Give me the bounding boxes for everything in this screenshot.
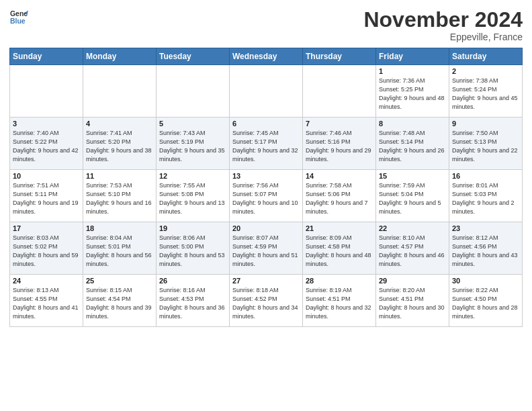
col-sunday: Sunday (10, 48, 83, 65)
calendar-cell: 1Sunrise: 7:36 AM Sunset: 5:25 PM Daylig… (376, 65, 449, 118)
day-number: 28 (306, 277, 373, 285)
day-info: Sunrise: 8:20 AM Sunset: 4:51 PM Dayligh… (379, 286, 446, 321)
calendar-cell: 19Sunrise: 8:06 AM Sunset: 5:00 PM Dayli… (157, 222, 230, 275)
day-info: Sunrise: 7:55 AM Sunset: 5:08 PM Dayligh… (159, 181, 226, 216)
day-info: Sunrise: 7:48 AM Sunset: 5:14 PM Dayligh… (379, 129, 446, 164)
day-info: Sunrise: 7:40 AM Sunset: 5:22 PM Dayligh… (13, 129, 80, 164)
day-info: Sunrise: 8:04 AM Sunset: 5:01 PM Dayligh… (86, 234, 153, 269)
day-number: 24 (13, 277, 80, 285)
week-row-5: 24Sunrise: 8:13 AM Sunset: 4:55 PM Dayli… (10, 275, 523, 327)
day-number: 18 (86, 224, 153, 232)
day-number: 13 (232, 172, 300, 180)
col-saturday: Saturday (449, 48, 523, 65)
calendar-cell: 8Sunrise: 7:48 AM Sunset: 5:14 PM Daylig… (376, 118, 449, 170)
calendar-cell: 12Sunrise: 7:55 AM Sunset: 5:08 PM Dayli… (157, 170, 230, 222)
calendar-cell: 24Sunrise: 8:13 AM Sunset: 4:55 PM Dayli… (10, 275, 83, 327)
col-wednesday: Wednesday (230, 48, 303, 65)
day-number: 21 (306, 224, 373, 232)
calendar-cell: 6Sunrise: 7:45 AM Sunset: 5:17 PM Daylig… (230, 118, 303, 170)
day-number: 20 (232, 224, 300, 232)
col-friday: Friday (376, 48, 449, 65)
day-number: 29 (379, 277, 446, 285)
col-monday: Monday (83, 48, 157, 65)
logo-icon: General Blue (9, 8, 28, 27)
day-info: Sunrise: 8:22 AM Sunset: 4:50 PM Dayligh… (452, 286, 519, 321)
day-info: Sunrise: 7:46 AM Sunset: 5:16 PM Dayligh… (306, 129, 373, 164)
week-row-2: 3Sunrise: 7:40 AM Sunset: 5:22 PM Daylig… (10, 118, 523, 170)
calendar-cell: 20Sunrise: 8:07 AM Sunset: 4:59 PM Dayli… (230, 222, 303, 275)
day-info: Sunrise: 8:09 AM Sunset: 4:58 PM Dayligh… (306, 234, 373, 269)
day-number: 8 (379, 120, 446, 128)
day-info: Sunrise: 8:07 AM Sunset: 4:59 PM Dayligh… (232, 234, 300, 269)
calendar-cell: 5Sunrise: 7:43 AM Sunset: 5:19 PM Daylig… (157, 118, 230, 170)
day-number: 17 (13, 224, 80, 232)
calendar-cell: 16Sunrise: 8:01 AM Sunset: 5:03 PM Dayli… (449, 170, 523, 222)
day-number: 2 (452, 67, 519, 75)
location: Eppeville, France (363, 32, 523, 42)
calendar-cell: 28Sunrise: 8:19 AM Sunset: 4:51 PM Dayli… (303, 275, 376, 327)
day-info: Sunrise: 8:01 AM Sunset: 5:03 PM Dayligh… (452, 181, 519, 216)
day-number: 16 (452, 172, 519, 180)
day-info: Sunrise: 8:06 AM Sunset: 5:00 PM Dayligh… (159, 234, 226, 269)
logo: General Blue (9, 8, 28, 27)
calendar-cell: 9Sunrise: 7:50 AM Sunset: 5:13 PM Daylig… (449, 118, 523, 170)
day-info: Sunrise: 7:45 AM Sunset: 5:17 PM Dayligh… (232, 129, 300, 164)
calendar-cell: 11Sunrise: 7:53 AM Sunset: 5:10 PM Dayli… (83, 170, 157, 222)
day-info: Sunrise: 8:10 AM Sunset: 4:57 PM Dayligh… (379, 234, 446, 269)
day-info: Sunrise: 8:12 AM Sunset: 4:56 PM Dayligh… (452, 234, 519, 269)
day-number: 30 (452, 277, 519, 285)
day-info: Sunrise: 8:13 AM Sunset: 4:55 PM Dayligh… (13, 286, 80, 321)
day-info: Sunrise: 8:19 AM Sunset: 4:51 PM Dayligh… (306, 286, 373, 321)
day-number: 7 (306, 120, 373, 128)
day-number: 26 (159, 277, 226, 285)
header-row: Sunday Monday Tuesday Wednesday Thursday… (10, 48, 523, 65)
day-info: Sunrise: 8:03 AM Sunset: 5:02 PM Dayligh… (13, 234, 80, 269)
week-row-4: 17Sunrise: 8:03 AM Sunset: 5:02 PM Dayli… (10, 222, 523, 275)
calendar-table: Sunday Monday Tuesday Wednesday Thursday… (9, 48, 523, 327)
calendar-cell: 23Sunrise: 8:12 AM Sunset: 4:56 PM Dayli… (449, 222, 523, 275)
calendar-cell: 3Sunrise: 7:40 AM Sunset: 5:22 PM Daylig… (10, 118, 83, 170)
day-info: Sunrise: 7:41 AM Sunset: 5:20 PM Dayligh… (86, 129, 153, 164)
day-info: Sunrise: 7:58 AM Sunset: 5:06 PM Dayligh… (306, 181, 373, 216)
title-block: November 2024 Eppeville, France (363, 8, 523, 42)
svg-text:Blue: Blue (10, 17, 26, 25)
day-number: 12 (159, 172, 226, 180)
day-number: 4 (86, 120, 153, 128)
day-number: 11 (86, 172, 153, 180)
day-info: Sunrise: 7:43 AM Sunset: 5:19 PM Dayligh… (159, 129, 226, 164)
month-title: November 2024 (363, 8, 523, 32)
day-number: 27 (232, 277, 300, 285)
day-number: 19 (159, 224, 226, 232)
page: General Blue November 2024 Eppeville, Fr… (0, 0, 532, 411)
day-info: Sunrise: 8:18 AM Sunset: 4:52 PM Dayligh… (232, 286, 300, 321)
day-number: 10 (13, 172, 80, 180)
day-number: 14 (306, 172, 373, 180)
day-info: Sunrise: 7:50 AM Sunset: 5:13 PM Dayligh… (452, 129, 519, 164)
calendar-cell: 18Sunrise: 8:04 AM Sunset: 5:01 PM Dayli… (83, 222, 157, 275)
day-info: Sunrise: 7:36 AM Sunset: 5:25 PM Dayligh… (379, 77, 446, 111)
week-row-1: 1Sunrise: 7:36 AM Sunset: 5:25 PM Daylig… (10, 65, 523, 118)
day-info: Sunrise: 7:56 AM Sunset: 5:07 PM Dayligh… (232, 181, 300, 216)
day-number: 9 (452, 120, 519, 128)
header: General Blue November 2024 Eppeville, Fr… (9, 8, 523, 42)
calendar-cell: 26Sunrise: 8:16 AM Sunset: 4:53 PM Dayli… (157, 275, 230, 327)
calendar-cell: 10Sunrise: 7:51 AM Sunset: 5:11 PM Dayli… (10, 170, 83, 222)
day-info: Sunrise: 7:59 AM Sunset: 5:04 PM Dayligh… (379, 181, 446, 216)
calendar-cell (230, 65, 303, 118)
day-number: 5 (159, 120, 226, 128)
day-number: 25 (86, 277, 153, 285)
calendar-cell: 30Sunrise: 8:22 AM Sunset: 4:50 PM Dayli… (449, 275, 523, 327)
day-info: Sunrise: 8:16 AM Sunset: 4:53 PM Dayligh… (159, 286, 226, 321)
calendar-cell: 17Sunrise: 8:03 AM Sunset: 5:02 PM Dayli… (10, 222, 83, 275)
calendar-cell: 29Sunrise: 8:20 AM Sunset: 4:51 PM Dayli… (376, 275, 449, 327)
calendar-cell: 2Sunrise: 7:38 AM Sunset: 5:24 PM Daylig… (449, 65, 523, 118)
day-info: Sunrise: 7:51 AM Sunset: 5:11 PM Dayligh… (13, 181, 80, 216)
calendar-cell: 25Sunrise: 8:15 AM Sunset: 4:54 PM Dayli… (83, 275, 157, 327)
day-info: Sunrise: 7:38 AM Sunset: 5:24 PM Dayligh… (452, 77, 519, 111)
calendar-cell: 27Sunrise: 8:18 AM Sunset: 4:52 PM Dayli… (230, 275, 303, 327)
calendar-cell: 7Sunrise: 7:46 AM Sunset: 5:16 PM Daylig… (303, 118, 376, 170)
col-tuesday: Tuesday (157, 48, 230, 65)
calendar-cell (157, 65, 230, 118)
calendar-cell: 22Sunrise: 8:10 AM Sunset: 4:57 PM Dayli… (376, 222, 449, 275)
day-info: Sunrise: 8:15 AM Sunset: 4:54 PM Dayligh… (86, 286, 153, 321)
